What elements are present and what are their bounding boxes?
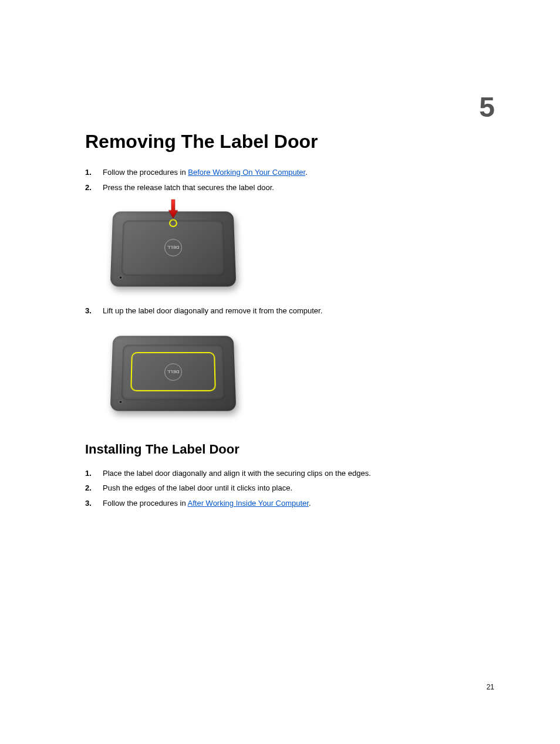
page-number: 21 [487,683,494,691]
arrow-down-icon [168,199,178,218]
removing-steps-list: Follow the procedures in Before Working … [85,167,495,193]
install-step-2: Push the edges of the label door until i… [85,482,495,494]
page-title: Removing The Label Door [85,131,495,153]
figure-release-latch: DELL [103,202,244,293]
step-1-text-prefix: Follow the procedures in [103,168,188,177]
door-outline-highlight-icon [130,352,216,391]
step-1: Follow the procedures in Before Working … [85,167,495,178]
section-subtitle: Installing The Label Door [85,442,495,457]
page-content: 5 Removing The Label Door Follow the pro… [0,0,560,744]
figure-lift-door: DELL [103,326,244,417]
install-step-1: Place the label door diagonally and alig… [85,468,495,479]
chapter-number: 5 [479,91,494,123]
dell-logo-icon: DELL [164,239,182,256]
link-before-working[interactable]: Before Working On Your Computer [188,168,305,177]
step-1-text-suffix: . [305,168,308,177]
removing-steps-list-cont: Lift up the label door diagonally and re… [85,305,495,317]
step-3: Lift up the label door diagonally and re… [85,305,495,317]
install-step-3-suffix: . [309,499,311,508]
install-step-3-prefix: Follow the procedures in [103,499,188,508]
step-2: Press the release latch that secures the… [85,182,495,194]
installing-steps-list: Place the label door diagonally and alig… [85,468,495,509]
link-after-working[interactable]: After Working Inside Your Computer [188,499,309,508]
install-step-3: Follow the procedures in After Working I… [85,498,495,509]
latch-highlight-icon [169,219,177,226]
